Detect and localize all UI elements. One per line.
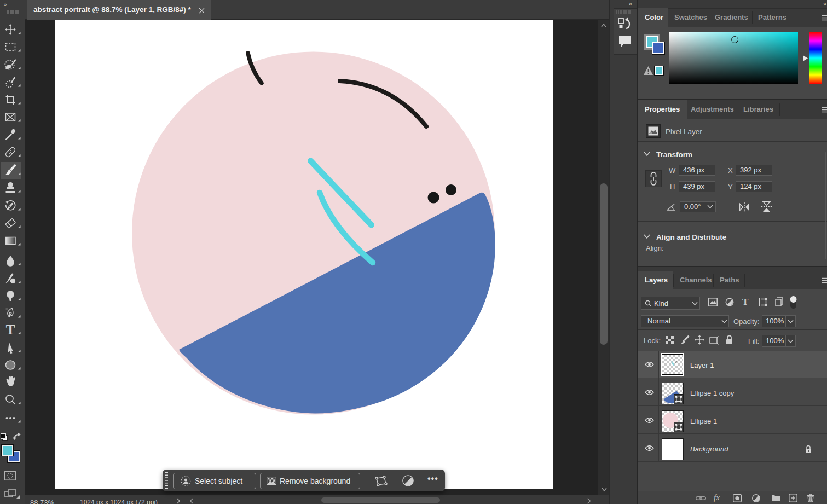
svg-text:T: T <box>6 322 15 337</box>
